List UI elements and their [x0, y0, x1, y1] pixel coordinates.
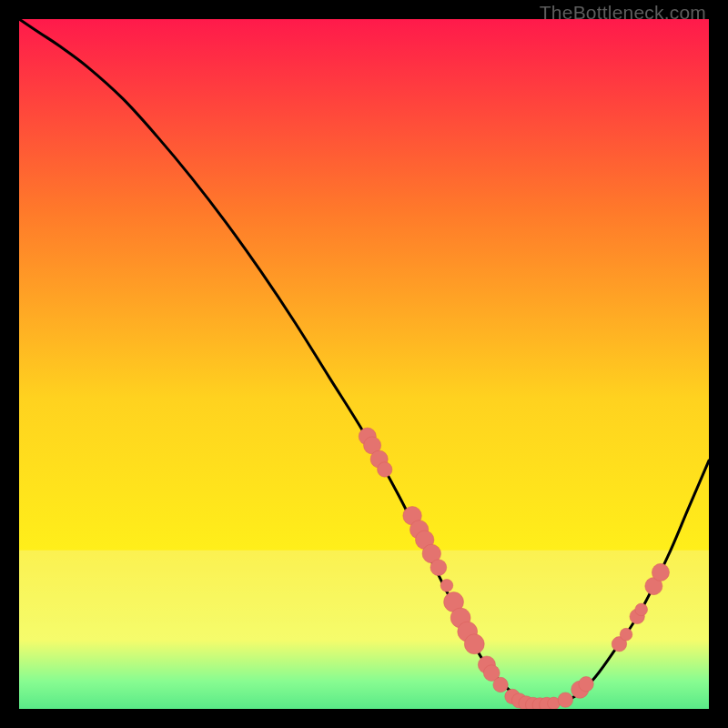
- curve-marker: [493, 677, 508, 692]
- curve-marker: [378, 462, 392, 477]
- curve-marker: [579, 677, 593, 692]
- curve-marker: [620, 628, 632, 641]
- curve-marker: [558, 693, 572, 707]
- curve-marker: [440, 580, 453, 592]
- curve-marker: [652, 563, 669, 581]
- curve-marker: [635, 603, 648, 616]
- bottleneck-chart: [19, 19, 709, 709]
- haze-band: [19, 551, 709, 709]
- chart-frame: [19, 19, 709, 709]
- curve-marker: [464, 634, 484, 654]
- curve-marker: [430, 560, 447, 576]
